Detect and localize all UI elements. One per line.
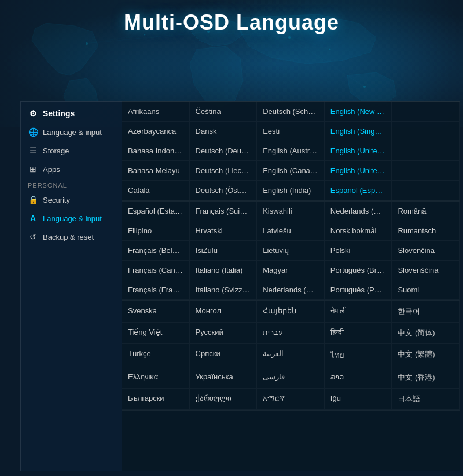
list-item[interactable]: Tiếng Việt [122,323,190,344]
list-item[interactable]: Български [122,389,190,410]
list-item [392,102,460,122]
list-item[interactable]: Deutsch (Schweiz) [257,102,325,122]
globe-icon: 🌐 [28,127,38,137]
list-item[interactable]: Nederlands (België) [257,280,325,300]
list-item[interactable]: Svenska [122,301,190,323]
list-item[interactable]: Português (Brasil) [325,261,392,280]
list-item[interactable]: Español (Estados Unidos) [122,202,190,221]
list-item[interactable]: Español (España) [325,181,392,200]
language-group-1: Afrikaans Čeština Deutsch (Schweiz) Engl… [122,102,460,202]
list-item[interactable]: ქართული [190,389,258,410]
list-item [392,141,460,161]
list-item[interactable]: English (United States) [325,161,392,181]
list-item[interactable]: Монгол [190,301,258,323]
list-item[interactable]: Português (Portugal) [325,280,392,300]
list-item[interactable]: Hrvatski [190,221,258,241]
list-item[interactable]: Lietuvių [257,241,325,261]
language-list-content[interactable]: Afrikaans Čeština Deutsch (Schweiz) Engl… [122,101,460,471]
sidebar-item-language-input-active[interactable]: A Language & input [21,209,122,228]
list-item[interactable]: 한국어 [392,301,460,323]
list-item[interactable]: Deutsch (Liechtenstein) [190,161,258,181]
page-title: Multi-OSD Language [0,10,463,35]
list-item[interactable]: Nederlands (Nederland) [325,202,392,221]
list-item[interactable]: 日本語 [392,389,460,410]
list-item[interactable]: Română [392,202,460,221]
list-item[interactable]: Français (Canada) [122,261,190,280]
sidebar-header[interactable]: ⚙ Settings [21,104,122,123]
list-item[interactable]: Magyar [257,261,325,280]
list-item[interactable]: Српски [190,344,258,367]
sidebar-item-apps[interactable]: ⊞ Apps [21,160,122,178]
list-item[interactable]: Rumantsch [392,221,460,241]
list-item[interactable]: Suomi [392,280,460,300]
list-item[interactable]: Русский [190,323,258,344]
list-item[interactable]: हिन्दी [325,323,392,344]
list-item[interactable]: فارسی [257,367,325,389]
list-item[interactable]: Հայերեն [257,301,325,323]
sidebar-item-language-input[interactable]: 🌐 Language & input [21,123,122,141]
storage-icon: ☰ [28,145,38,156]
list-item[interactable]: Українська [190,367,258,389]
list-item[interactable]: Latviešu [257,221,325,241]
backup-icon: ↺ [28,232,38,242]
list-item[interactable]: English (Australia) [257,141,325,161]
sidebar: ⚙ Settings 🌐 Language & input ☰ Storage … [20,101,122,471]
list-item[interactable]: Polski [325,241,392,261]
list-item[interactable]: Slovenščina [392,261,460,280]
list-item[interactable]: Français (Belgique) [122,241,190,261]
list-item[interactable]: Afrikaans [122,102,190,122]
list-item[interactable]: Français (Suisse) [190,202,258,221]
list-item[interactable]: Dansk [190,122,258,141]
list-item[interactable]: Ελληνικά [122,367,190,389]
list-item[interactable]: Bahasa Melayu [122,161,190,181]
list-item[interactable]: Türkçe [122,344,190,367]
list-item[interactable]: Norsk bokmål [325,221,392,241]
sidebar-item-security[interactable]: 🔒 Security [21,191,122,209]
list-item[interactable]: English (Singapore) [325,122,392,141]
list-item[interactable]: ไทย [325,344,392,367]
list-item[interactable]: Català [122,181,190,200]
list-item[interactable]: English (India) [257,181,325,200]
list-item[interactable]: Iğu [325,389,392,410]
apps-icon: ⊞ [28,164,38,174]
list-item[interactable]: Deutsch (Österreich) [190,181,258,200]
main-container: ⚙ Settings 🌐 Language & input ☰ Storage … [20,101,460,471]
sidebar-section-personal: PERSONAL [21,178,122,191]
list-item[interactable]: ລາວ [325,367,392,389]
list-item[interactable]: English (United Kingdom) [325,141,392,161]
list-item[interactable]: Čeština [190,102,258,122]
list-item[interactable]: IsiZulu [190,241,258,261]
list-item[interactable]: Azərbaycanca [122,122,190,141]
list-item[interactable]: አማርኛ [257,389,325,410]
list-item[interactable]: 中文 (繁體) [392,344,460,367]
list-item[interactable]: नेपाली [325,301,392,323]
list-item[interactable]: English (Canada) [257,161,325,181]
list-item[interactable]: Eesti [257,122,325,141]
list-item[interactable]: עברית [257,323,325,344]
list-item[interactable]: Kiswahili [257,202,325,221]
list-item[interactable]: 中文 (简体) [392,323,460,344]
list-item[interactable]: Italiano (Svizzera) [190,280,258,300]
settings-icon: ⚙ [28,108,38,119]
list-item[interactable]: Italiano (Italia) [190,261,258,280]
list-item[interactable]: Bahasa Indonesia [122,141,190,161]
language-icon: A [28,213,38,224]
sidebar-item-storage[interactable]: ☰ Storage [21,141,122,160]
list-item[interactable]: English (New Zealand) [325,102,392,122]
list-item[interactable]: Slovenčina [392,241,460,261]
list-item [392,122,460,141]
sidebar-item-backup-reset[interactable]: ↺ Backup & reset [21,228,122,246]
language-group-2: Español (Estados Unidos) Français (Suiss… [122,202,460,301]
list-item[interactable]: Deutsch (Deurschland) [190,141,258,161]
list-item[interactable]: Filipino [122,221,190,241]
language-group-3: Svenska Монгол Հայերեն नेपाली 한국어 Tiếng … [122,301,460,411]
lock-icon: 🔒 [28,195,38,205]
list-item[interactable]: 中文 (香港) [392,367,460,389]
list-item [392,161,460,181]
list-item[interactable]: العربية [257,344,325,367]
list-item [392,181,460,200]
list-item[interactable]: Français (France) [122,280,190,300]
